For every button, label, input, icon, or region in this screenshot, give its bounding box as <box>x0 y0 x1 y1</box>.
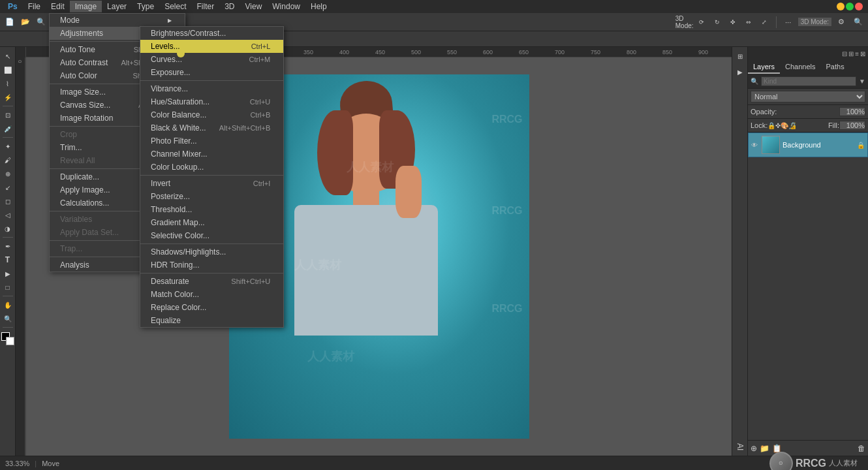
search-icon: 🔍 <box>751 78 758 85</box>
tab-layers[interactable]: Layers <box>748 61 780 74</box>
menu-type[interactable]: Type <box>132 1 159 12</box>
path-select-tool[interactable]: ▶ <box>1 267 14 280</box>
3d-mode-btn[interactable]: 3D Mode: <box>677 15 692 29</box>
ruler-550: 550 <box>447 49 483 55</box>
menu-ps[interactable]: Ps <box>3 1 23 12</box>
menu-help[interactable]: Help <box>305 1 332 12</box>
adj-exposure[interactable]: Exposure... <box>140 66 283 79</box>
fill-input[interactable] <box>839 121 865 130</box>
lock-all-icon[interactable]: 🔏 <box>788 122 796 129</box>
color-swatches[interactable] <box>1 332 14 345</box>
3d-pan-btn[interactable]: ✜ <box>726 15 740 29</box>
panel-icon-1[interactable]: ⊟ <box>842 50 847 57</box>
menu-layer[interactable]: Layer <box>102 1 132 12</box>
panel-icon-2[interactable]: ⊞ <box>848 50 854 57</box>
opacity-input[interactable] <box>839 107 865 116</box>
hair-left <box>317 110 353 195</box>
3d-rotate-btn[interactable]: ⟳ <box>694 15 709 29</box>
tab-channels[interactable]: Channels <box>780 61 820 74</box>
settings-btn[interactable]: ⚙ <box>834 15 848 29</box>
move-tool[interactable]: ↖ <box>1 50 14 63</box>
lock-art-icon[interactable]: 🎨 <box>781 122 788 129</box>
eraser-tool[interactable]: ◻ <box>1 195 14 208</box>
background-color[interactable] <box>6 337 14 345</box>
adj-shadows-highlights[interactable]: Shadows/Highlights... <box>140 245 283 258</box>
adj-black-white[interactable]: Black & White... Alt+Shift+Ctrl+B <box>140 121 283 134</box>
adj-channel-mixer[interactable]: Channel Mixer... <box>140 148 283 161</box>
search-btn[interactable]: 🔍 <box>851 15 865 29</box>
minimize-btn[interactable] <box>837 3 845 10</box>
adj-hue-saturation[interactable]: Hue/Saturation... Ctrl+U <box>140 95 283 108</box>
menu-view[interactable]: View <box>240 1 268 12</box>
zoom-tool[interactable]: 🔍 <box>1 312 14 325</box>
ai-panel-btn[interactable]: ▶ <box>734 65 747 78</box>
lock-pos-icon[interactable]: ✜ <box>775 122 781 129</box>
layer-item-background[interactable]: 👁 Background 🔒 <box>748 133 868 157</box>
menu-item-mode[interactable]: Mode <box>50 14 185 27</box>
panel-icon-4[interactable]: ⊠ <box>860 50 865 57</box>
adj-threshold[interactable]: Threshold... <box>140 203 283 216</box>
rrcg-subtitle: 人人素材 <box>829 458 858 468</box>
lasso-tool[interactable]: ⌇ <box>1 77 14 90</box>
menu-window[interactable]: Window <box>267 1 305 12</box>
text-tool[interactable]: T <box>1 253 14 266</box>
panel-icon-3[interactable]: ≡ <box>855 50 859 57</box>
menu-image[interactable]: Image <box>70 1 102 12</box>
adj-selective-color[interactable]: Selective Color... <box>140 229 283 242</box>
more-btn[interactable]: ··· <box>781 15 796 29</box>
menu-edit[interactable]: Edit <box>46 1 70 12</box>
dodge-tool[interactable]: ◑ <box>1 222 14 235</box>
lock-img-icon[interactable]: 🔒 <box>767 122 775 129</box>
crop-tool[interactable]: ⊡ <box>1 108 14 121</box>
3d-slide-btn[interactable]: ⇔ <box>741 15 756 29</box>
add-group-btn[interactable]: 📁 <box>760 444 769 453</box>
gradient-tool[interactable]: ◁ <box>1 208 14 221</box>
add-adjustment-btn[interactable]: ⊕ <box>751 444 757 453</box>
browse-btn[interactable]: 🔍 <box>34 15 48 29</box>
adj-color-balance[interactable]: Color Balance... Ctrl+B <box>140 108 283 121</box>
magic-wand-tool[interactable]: ⚡ <box>1 91 14 104</box>
ai-arrange-btn[interactable]: ⊞ <box>734 50 747 63</box>
menu-select[interactable]: Select <box>159 1 191 12</box>
delete-layer-btn[interactable]: 🗑 <box>858 444 865 453</box>
maximize-btn[interactable] <box>846 3 854 10</box>
adj-brightness-contrast[interactable]: Brightness/Contrast... <box>140 27 283 40</box>
tool-sep-4 <box>3 296 13 296</box>
close-btn[interactable] <box>855 3 863 10</box>
tab-paths[interactable]: Paths <box>821 61 850 74</box>
adj-levels[interactable]: Levels... Ctrl+L <box>140 40 283 53</box>
hand-tool[interactable]: ✋ <box>1 298 14 311</box>
ruler-650: 650 <box>519 49 555 55</box>
adj-invert[interactable]: Invert Ctrl+I <box>140 177 283 190</box>
layer-visibility-icon[interactable]: 👁 <box>751 142 758 149</box>
selection-tool[interactable]: ⬜ <box>1 63 14 76</box>
adj-replace-color[interactable]: Replace Color... <box>140 301 283 314</box>
eyedropper-tool[interactable]: 💉 <box>1 122 14 135</box>
pen-tool[interactable]: ✒ <box>1 240 14 253</box>
adj-match-color[interactable]: Match Color... <box>140 288 283 301</box>
adj-color-lookup[interactable]: Color Lookup... <box>140 161 283 174</box>
history-brush-tool[interactable]: ↙ <box>1 181 14 194</box>
menu-filter[interactable]: Filter <box>191 1 219 12</box>
menu-file[interactable]: File <box>23 1 46 12</box>
search-filter-icon[interactable]: ▼ <box>859 78 865 85</box>
layers-search-input[interactable] <box>761 76 856 86</box>
adj-vibrance[interactable]: Vibrance... <box>140 82 283 95</box>
spot-heal-tool[interactable]: ✦ <box>1 140 14 153</box>
adj-gradient-map[interactable]: Gradient Map... <box>140 216 283 229</box>
clone-tool[interactable]: ⊕ <box>1 167 14 180</box>
3d-roll-btn[interactable]: ↻ <box>710 15 724 29</box>
adj-photo-filter[interactable]: Photo Filter... <box>140 134 283 148</box>
menu-3d[interactable]: 3D <box>219 1 240 12</box>
3d-scale-btn[interactable]: ⤢ <box>757 15 771 29</box>
shape-tool[interactable]: □ <box>1 281 14 294</box>
adj-equalize[interactable]: Equalize <box>140 314 283 327</box>
new-file-btn[interactable]: 📄 <box>3 15 17 29</box>
adj-curves[interactable]: Curves... Ctrl+M <box>140 53 283 66</box>
blend-mode-select[interactable]: Normal <box>751 91 865 102</box>
brush-tool[interactable]: 🖌 <box>1 153 14 166</box>
adj-hdr-toning[interactable]: HDR Toning... <box>140 258 283 272</box>
open-btn[interactable]: 📂 <box>18 15 33 29</box>
adj-posterize[interactable]: Posterize... <box>140 190 283 203</box>
adj-desaturate[interactable]: Desaturate Shift+Ctrl+U <box>140 275 283 288</box>
